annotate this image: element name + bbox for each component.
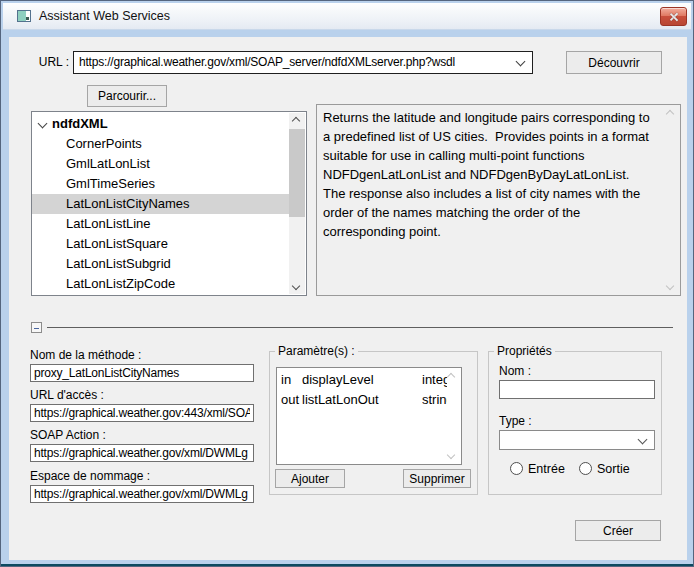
discover-button[interactable]: Découvrir xyxy=(566,51,662,74)
tree-item[interactable]: LatLonListLine xyxy=(32,214,289,234)
access-url-input[interactable] xyxy=(30,404,254,422)
param-name: displayLevel xyxy=(302,370,422,390)
titlebar[interactable]: Assistant Web Services xyxy=(3,3,691,30)
tree-item[interactable]: LatLonListZipCode xyxy=(32,274,289,294)
url-combobox-value: https://graphical.weather.gov/xml/SOAP_s… xyxy=(79,52,508,73)
browse-button[interactable]: Parcourir... xyxy=(87,85,167,107)
tree-item[interactable]: GmlLatLonList xyxy=(32,154,289,174)
namespace-input[interactable] xyxy=(30,485,254,503)
url-combobox[interactable]: https://graphical.weather.gov/xml/SOAP_s… xyxy=(73,51,533,74)
window-title: Assistant Web Services xyxy=(39,9,170,23)
soap-action-input[interactable] xyxy=(30,444,254,462)
description-text: Returns the latitude and longitude pairs… xyxy=(323,108,658,241)
parameters-group-label: Paramètre(s) : xyxy=(275,344,358,358)
chevron-down-icon[interactable] xyxy=(638,435,648,445)
scroll-down-icon xyxy=(448,452,454,458)
parameters-scrollbar[interactable] xyxy=(444,369,460,463)
radio-entree-label: Entrée xyxy=(528,462,565,476)
soap-action-label: SOAP Action : xyxy=(30,428,106,442)
radio-entree[interactable] xyxy=(510,462,523,475)
tree-scrollbar[interactable] xyxy=(289,113,305,294)
tree-item[interactable]: LatLonListSubgrid xyxy=(32,254,289,274)
separator-line xyxy=(47,327,673,328)
scrollbar-thumb[interactable] xyxy=(289,129,305,217)
param-name: listLatLonOut xyxy=(302,390,422,410)
property-type-combobox[interactable] xyxy=(499,430,655,450)
tree-item[interactable]: GmlTimeSeries xyxy=(32,174,289,194)
radio-sortie[interactable] xyxy=(579,462,592,475)
radio-sortie-label: Sortie xyxy=(597,462,630,476)
description-scrollbar[interactable] xyxy=(663,106,679,294)
tree-items: ndfdXML CornerPoints GmlLatLonList GmlTi… xyxy=(32,114,289,296)
scroll-down-icon xyxy=(667,283,673,289)
method-name-label: Nom de la méthode : xyxy=(30,348,141,362)
window-bottom-edge xyxy=(1,564,693,566)
tree-item[interactable]: LatLonListSquare xyxy=(32,234,289,254)
parameters-list[interactable]: in displayLevel integer out listLatLonOu… xyxy=(276,367,462,465)
property-type-label: Type : xyxy=(499,414,532,428)
create-button[interactable]: Créer xyxy=(575,520,661,541)
tree-root-ndfdxml[interactable]: ndfdXML xyxy=(32,114,289,134)
method-name-input[interactable] xyxy=(30,364,254,382)
tree-root-label: ndfdXML xyxy=(52,116,108,131)
scroll-down-icon[interactable] xyxy=(293,283,299,289)
tree-item[interactable]: NDFDgen xyxy=(32,294,289,296)
namespace-label: Espace de nommage : xyxy=(30,469,150,483)
parameter-row[interactable]: in displayLevel integer xyxy=(277,370,447,390)
collapse-toggle[interactable] xyxy=(31,322,42,333)
parameter-row[interactable]: out listLatLonOut string xyxy=(277,390,447,410)
scroll-up-icon xyxy=(448,374,454,380)
app-icon xyxy=(17,10,31,22)
access-url-label: URL d'accès : xyxy=(30,388,104,402)
tree-item[interactable]: CornerPoints xyxy=(32,134,289,154)
minus-icon xyxy=(34,328,39,330)
property-name-label: Nom : xyxy=(499,364,531,378)
url-label: URL : xyxy=(33,55,69,69)
properties-group: Propriétés Nom : Type : Entrée Sortie xyxy=(488,351,662,495)
add-button[interactable]: Ajouter xyxy=(275,469,345,488)
remove-button[interactable]: Supprimer xyxy=(403,469,471,488)
properties-group-label: Propriétés xyxy=(494,344,555,358)
param-direction: out xyxy=(281,390,302,410)
dialog-window: Assistant Web Services URL : https://gra… xyxy=(0,0,694,567)
close-button[interactable] xyxy=(660,7,687,26)
dialog-content: URL : https://graphical.weather.gov/xml/… xyxy=(9,37,687,560)
service-tree[interactable]: ndfdXML CornerPoints GmlLatLonList GmlTi… xyxy=(31,111,307,296)
chevron-down-icon[interactable] xyxy=(516,57,526,67)
expand-chevron-icon[interactable] xyxy=(38,119,48,129)
property-name-input[interactable] xyxy=(499,380,655,399)
scroll-up-icon[interactable] xyxy=(293,118,299,124)
param-direction: in xyxy=(281,370,302,390)
scroll-up-icon xyxy=(667,111,673,117)
tree-item-selected[interactable]: LatLonListCityNames xyxy=(32,194,289,214)
close-icon xyxy=(669,12,679,22)
description-box[interactable]: Returns the latitude and longitude pairs… xyxy=(316,104,681,296)
parameters-group: Paramètre(s) : in displayLevel integer o… xyxy=(269,351,478,495)
